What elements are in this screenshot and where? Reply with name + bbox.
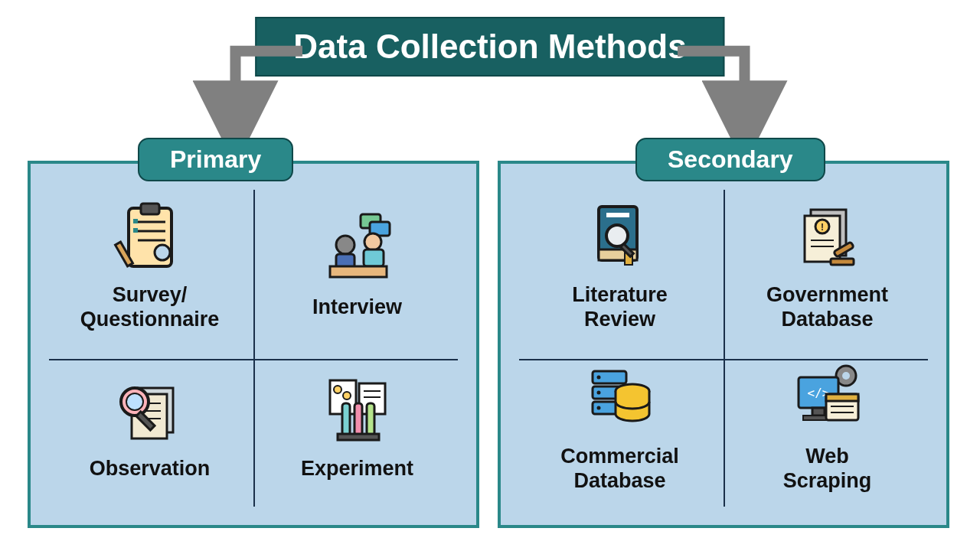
title-box: Data Collection Methods: [255, 17, 724, 77]
experiment-icon: [315, 373, 400, 449]
primary-panel: Survey/ Questionnaire Interview: [28, 161, 479, 528]
cell-literature: Literature Review: [516, 187, 724, 348]
svg-point-51: [596, 376, 600, 380]
svg-rect-5: [133, 219, 138, 223]
secondary-pill: Secondary: [635, 138, 825, 181]
cell-label: Literature Review: [572, 283, 668, 331]
title-text: Data Collection Methods: [293, 28, 686, 65]
cell-label: Survey/ Questionnaire: [80, 283, 220, 331]
cell-label: Government Database: [766, 283, 888, 331]
interview-icon: [315, 211, 400, 288]
cell-webscraping: </> Web Scraping: [724, 348, 931, 510]
cell-label: Observation: [90, 457, 211, 481]
svg-rect-47: [831, 259, 854, 265]
svg-point-11: [336, 236, 354, 254]
web-scraping-icon: </>: [786, 360, 870, 437]
svg-rect-36: [606, 213, 629, 217]
magnifier-icon: [108, 373, 192, 449]
svg-point-13: [364, 233, 381, 250]
svg-point-52: [596, 391, 600, 395]
cell-label: Web Scraping: [783, 445, 872, 492]
cell-interview: Interview: [253, 187, 461, 348]
svg-rect-62: [826, 394, 858, 401]
svg-rect-1: [141, 204, 159, 214]
svg-point-25: [334, 386, 341, 393]
cell-survey: Survey/ Questionnaire: [46, 187, 253, 348]
svg-rect-6: [133, 228, 138, 233]
server-database-icon: [578, 360, 662, 437]
primary-pill: Primary: [138, 138, 293, 181]
secondary-grid: Literature Review ! Government Database: [516, 187, 931, 510]
cell-label: Interview: [312, 295, 402, 319]
document-gavel-icon: !: [786, 199, 870, 276]
primary-label: Primary: [170, 145, 261, 173]
svg-point-26: [343, 392, 351, 399]
svg-rect-30: [342, 403, 350, 435]
svg-rect-32: [367, 403, 374, 435]
svg-point-22: [126, 393, 143, 410]
cell-label: Experiment: [301, 457, 413, 481]
svg-rect-59: [812, 408, 825, 416]
svg-rect-15: [330, 266, 387, 277]
book-icon: [578, 199, 662, 276]
cell-observation: Observation: [46, 348, 253, 510]
cell-label: Commercial Database: [560, 445, 679, 492]
svg-rect-14: [364, 249, 384, 266]
secondary-label: Secondary: [668, 145, 793, 173]
svg-rect-31: [354, 403, 362, 435]
cell-govdb: ! Government Database: [724, 187, 931, 348]
svg-text:!: !: [821, 222, 824, 233]
svg-point-53: [596, 406, 600, 410]
cell-experiment: Experiment: [253, 348, 461, 510]
clipboard-icon: [108, 199, 192, 276]
svg-rect-33: [338, 434, 379, 440]
cell-commdb: Commercial Database: [516, 348, 724, 510]
primary-grid: Survey/ Questionnaire Interview: [46, 187, 461, 510]
svg-point-7: [155, 245, 170, 260]
secondary-panel: Literature Review ! Government Database: [498, 161, 949, 528]
svg-point-56: [842, 372, 850, 380]
